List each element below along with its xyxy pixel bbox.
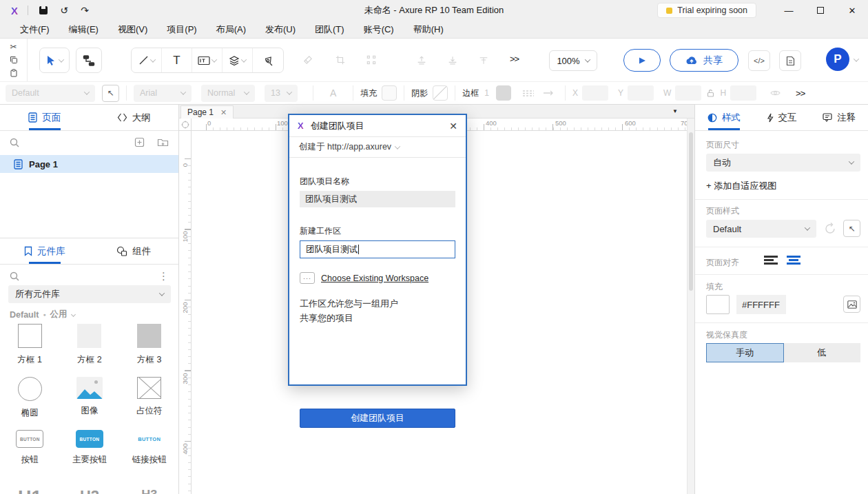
widget-placeholder[interactable]: 占位符 — [119, 374, 179, 427]
canvas-tab-page1[interactable]: Page 1 ✕ — [180, 105, 234, 119]
text-tool-button[interactable]: T — [162, 48, 192, 72]
style-panel-tabs: 样式 交互 注释 — [695, 105, 868, 131]
line-tool-button[interactable] — [132, 48, 162, 72]
h2-widget-icon: H2 — [80, 488, 99, 494]
page-style-select[interactable]: Default — [706, 220, 816, 238]
widget-style-select: Default — [6, 85, 95, 102]
fidelity-low-option[interactable]: 低 — [784, 343, 861, 362]
widget-h3[interactable]: H3 — [119, 480, 179, 494]
w-input — [675, 85, 701, 101]
close-button[interactable]: ✕ — [836, 0, 868, 21]
cut-icon[interactable]: ✂ — [9, 42, 19, 52]
create-team-project-button[interactable]: 创建团队项目 — [300, 409, 455, 428]
workspace-input[interactable]: 团队项目测试 — [300, 240, 455, 258]
shadow-swatch[interactable] — [433, 85, 448, 101]
fidelity-manual-option[interactable]: 手动 — [706, 343, 784, 362]
menu-file[interactable]: 文件(F) — [10, 21, 59, 38]
widget-box3[interactable]: 方框 3 — [119, 321, 179, 374]
page-icon — [14, 159, 23, 169]
tab-components[interactable]: 组件 — [90, 238, 179, 264]
select-tool-button[interactable] — [39, 48, 70, 73]
dialog-host-row[interactable]: 创建于 http://app.axurev — [289, 137, 466, 158]
align-left-button[interactable] — [764, 256, 778, 265]
project-name-input[interactable]: 团队项目测试 — [300, 191, 455, 207]
tab-pages[interactable]: 页面 — [0, 105, 90, 130]
widget-button[interactable]: BUTTON 按钮 — [0, 427, 60, 480]
fill-image-button[interactable] — [843, 296, 860, 313]
components-icon — [116, 246, 127, 256]
menu-view[interactable]: 视图(V) — [108, 21, 157, 38]
widget-box2[interactable]: 方框 2 — [60, 321, 120, 374]
widget-primary-button[interactable]: BUTTON 主要按钮 — [60, 427, 120, 480]
zoom-select[interactable]: 100% — [549, 50, 597, 71]
text-field-tool-button[interactable] — [192, 48, 223, 72]
tab-list-caret-icon[interactable]: ▼ — [672, 108, 678, 114]
paste-icon[interactable] — [9, 68, 19, 78]
style-picker-button[interactable]: ↖ — [102, 85, 119, 102]
widget-link-button[interactable]: BUTTON 链接按钮 — [119, 427, 179, 480]
widget-h2[interactable]: H2 — [60, 480, 120, 494]
page-list-item[interactable]: Page 1 — [0, 155, 178, 173]
fill-color-swatch[interactable] — [706, 295, 730, 314]
tab-libraries[interactable]: 元件库 — [0, 238, 90, 264]
connector-tool-button[interactable] — [76, 48, 102, 73]
vertical-scrollbar[interactable] — [687, 119, 694, 494]
tab-close-icon[interactable]: ✕ — [220, 108, 227, 117]
fill-swatch[interactable] — [382, 85, 397, 101]
tab-notes[interactable]: 注释 — [810, 105, 868, 130]
code-export-button[interactable]: </> — [748, 50, 770, 71]
add-folder-icon[interactable] — [157, 137, 169, 147]
kebab-menu-icon[interactable]: ⋮ — [158, 270, 169, 282]
choose-existing-workspace-link[interactable]: Choose Existing Workspace — [321, 274, 428, 283]
menu-account[interactable]: 账号(C) — [354, 21, 404, 38]
pen-tool-button[interactable] — [253, 48, 283, 72]
menu-team[interactable]: 团队(T) — [305, 21, 354, 38]
minimize-button[interactable]: — — [773, 0, 805, 21]
tab-style[interactable]: 样式 — [695, 105, 753, 130]
menu-arrange[interactable]: 布局(A) — [207, 21, 256, 38]
maximize-button[interactable] — [805, 0, 836, 21]
dialog-close-icon[interactable]: ✕ — [449, 121, 457, 132]
preview-button[interactable] — [623, 49, 661, 72]
border-color-swatch[interactable] — [496, 85, 511, 101]
search-icon[interactable] — [10, 271, 19, 281]
share-button[interactable]: 共享 — [670, 49, 738, 72]
format-painter-icon — [303, 55, 313, 65]
trial-badge[interactable]: Trial expiring soon — [657, 3, 756, 18]
h3-widget-icon: H3 — [141, 488, 157, 494]
menu-publish[interactable]: 发布(U) — [256, 21, 305, 38]
align-center-button[interactable] — [787, 256, 800, 265]
scrollbar-thumb[interactable] — [689, 132, 693, 291]
add-adaptive-view-button[interactable]: + 添加自适应视图 — [706, 180, 776, 192]
widget-image[interactable]: 图像 — [60, 374, 120, 427]
account-chevron-icon[interactable] — [854, 56, 859, 61]
page-size-select[interactable]: 自动 — [706, 154, 860, 172]
shapes-tool-button[interactable] — [223, 48, 253, 72]
copy-icon[interactable] — [9, 55, 19, 65]
menu-help[interactable]: 帮助(H) — [404, 21, 453, 38]
add-page-icon[interactable] — [134, 137, 145, 147]
menu-edit[interactable]: 编辑(E) — [59, 21, 108, 38]
cloud-upload-icon — [685, 56, 698, 65]
page-style-picker-button[interactable]: ↖ — [843, 220, 860, 237]
toolbar-more-button[interactable]: >> — [510, 54, 519, 64]
menu-project[interactable]: 项目(P) — [157, 21, 206, 38]
undo-icon[interactable]: ↺ — [59, 5, 70, 16]
widget-box1[interactable]: 方框 1 — [0, 321, 60, 374]
send-to-back-icon — [448, 55, 457, 65]
font-weight-select: Normal — [201, 85, 255, 102]
library-section-header[interactable]: Default ● 公用 — [10, 309, 75, 320]
tab-interactions[interactable]: 交互 — [753, 105, 811, 130]
ellipsis-button[interactable]: ··· — [300, 272, 315, 284]
search-icon[interactable] — [10, 138, 19, 147]
format-more-button[interactable]: >> — [796, 88, 805, 99]
widget-ellipse[interactable]: 椭圆 — [0, 374, 60, 427]
widget-h1[interactable]: H1 — [0, 480, 60, 494]
document-button[interactable] — [779, 50, 801, 71]
save-icon[interactable] — [38, 5, 49, 16]
account-avatar[interactable]: P — [826, 48, 849, 71]
fill-hex-input[interactable]: #FFFFFF — [736, 295, 786, 314]
library-filter-select[interactable]: 所有元件库 — [8, 285, 171, 303]
tab-outline[interactable]: 大纲 — [90, 105, 179, 130]
redo-icon[interactable]: ↷ — [79, 5, 90, 16]
